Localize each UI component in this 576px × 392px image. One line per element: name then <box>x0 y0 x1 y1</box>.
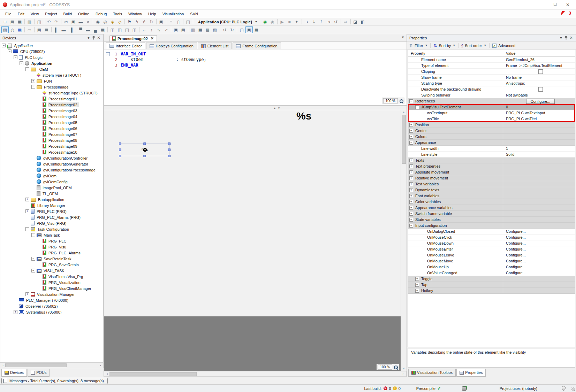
align-middle-icon[interactable]: ▬ <box>84 26 92 33</box>
menu-window[interactable]: Window <box>125 11 145 17</box>
handle-se[interactable] <box>168 155 170 157</box>
minimize-button[interactable]: — <box>540 2 544 7</box>
menu-view[interactable]: View <box>28 11 42 17</box>
tree-item-plc-manager-70-0000[interactable]: PLC_Manager (70.0000) <box>0 297 103 303</box>
handle-n[interactable] <box>144 143 146 145</box>
property-row-wstextinput[interactable]: wsTextInputPRG_PLC.wsTextInput <box>408 110 575 116</box>
maximize-button[interactable]: ☐ <box>553 2 557 7</box>
tree-item-processimage01[interactable]: ProcessImage01 <box>0 96 103 102</box>
align-left-icon[interactable]: ▌ <box>53 26 60 33</box>
tree-item-maintask[interactable]: −MainTask <box>0 232 103 238</box>
element-center-anchor-icon[interactable] <box>143 148 147 152</box>
property-row-tap[interactable]: +Tap <box>408 282 575 288</box>
property-expander-plus[interactable]: + <box>409 135 413 139</box>
property-value[interactable]: Configure... <box>506 247 526 251</box>
tree-item-oem[interactable]: −-OEM <box>0 66 103 72</box>
property-row-onmousemove[interactable]: OnMouseMoveConfigure... <box>408 258 575 264</box>
chevron-down-icon[interactable]: ▼ <box>453 44 455 47</box>
tree-item-application[interactable]: −Application <box>0 60 103 66</box>
property-expander-plus[interactable]: + <box>409 170 413 174</box>
property-expander-plus[interactable]: + <box>409 159 413 162</box>
tree-item-visu-task[interactable]: −VISU_TASK <box>0 268 103 274</box>
tab-hotkeys-configuration[interactable]: Hotkeys Configuration <box>146 43 197 49</box>
property-row-text-variables[interactable]: +Text variables <box>408 181 575 187</box>
bring-forward-icon[interactable]: ▣ <box>172 26 180 33</box>
tree-item-application[interactable]: −Application <box>0 43 103 48</box>
make-same-height-icon[interactable]: ↕ <box>148 26 155 33</box>
tree-item-visualization-manager[interactable]: +Visualization Manager <box>0 291 103 297</box>
tab-list-dropdown-icon[interactable]: ▼ <box>401 36 404 39</box>
select-tool-icon[interactable]: ▧ <box>1 26 9 33</box>
resize-grip[interactable] <box>571 387 575 391</box>
scroll-thumb[interactable] <box>402 115 406 164</box>
tab-element-list[interactable]: Element List <box>198 43 232 49</box>
align-right-icon[interactable]: ▐ <box>67 26 75 33</box>
tree-item-prg-plc-prg[interactable]: +PRG_PLC (PRG) <box>0 208 103 214</box>
new-file-icon[interactable]: □ <box>1 18 9 25</box>
tree-item-systembus-705000[interactable]: +Systembus (705000) <box>0 309 103 315</box>
tree-item-stoemtype-struct[interactable]: stOemType (STRUCT) <box>0 72 103 78</box>
property-value[interactable]: Configure... <box>506 241 526 245</box>
property-row-hotkey[interactable]: +Hotkey <box>408 288 575 294</box>
step-over-icon[interactable]: ⇢ <box>303 18 310 25</box>
magnifier-icon[interactable] <box>394 365 398 369</box>
canvas-horizontal-scrollbar[interactable]: ‹ › <box>104 371 407 377</box>
property-expander-minus[interactable]: − <box>409 141 413 145</box>
delete-icon[interactable]: × <box>84 18 92 25</box>
redo-icon[interactable]: ↷ <box>53 18 60 25</box>
property-expander-minus[interactable]: − <box>409 99 413 103</box>
tab-devices[interactable]: Devices <box>1 369 27 377</box>
frame-selection-icon[interactable]: ▭ <box>26 26 33 33</box>
tree-item-cpu-705002[interactable]: −CPU (705002) <box>0 48 103 54</box>
scroll-right-icon[interactable]: › <box>98 364 103 367</box>
property-value[interactable]: Configure... <box>506 253 526 257</box>
tree-item-prg-visu[interactable]: PRG_Visu <box>0 244 103 250</box>
devices-horizontal-scrollbar[interactable]: ‹ › <box>0 362 104 368</box>
property-row-element-name[interactable]: Element nameGenElemInst_26 <box>408 57 575 63</box>
tree-expander-minus[interactable]: − <box>31 85 35 89</box>
rotate-left-icon[interactable]: ↺ <box>221 26 228 33</box>
property-row-texts[interactable]: +Texts <box>408 157 575 163</box>
ungroup-icon[interactable]: ▨ <box>211 26 219 33</box>
property-row-onmouseclick[interactable]: OnMouseClickConfigure... <box>408 235 575 240</box>
scroll-left-icon[interactable]: ‹ <box>105 372 109 376</box>
send-backward-icon[interactable]: ▤ <box>180 26 187 33</box>
property-row-font-variables[interactable]: +Font variables <box>408 193 575 199</box>
property-expander-plus[interactable]: + <box>409 200 413 204</box>
property-row-relative-movement[interactable]: +Relative movement <box>408 175 575 181</box>
code-line[interactable]: 3END_VAR <box>104 62 407 68</box>
property-row-line-style[interactable]: Line styleSolid <box>408 152 575 157</box>
save-icon[interactable]: ▦ <box>16 18 23 25</box>
notification-flag[interactable]: 3 <box>561 11 571 16</box>
previous-bookmark-icon[interactable]: ↰ <box>133 18 141 25</box>
bring-to-front-icon[interactable]: ▥ <box>189 26 197 33</box>
value-checkbox[interactable] <box>538 87 543 92</box>
tree-item-saveretaintask[interactable]: −SaveRetainTask <box>0 256 103 262</box>
paste-special-icon[interactable]: ▣ <box>158 18 165 25</box>
canvas-zoom-control[interactable]: 100 % <box>377 364 399 370</box>
grid-off-icon[interactable]: ▢ <box>238 26 245 33</box>
property-row-references[interactable]: −ReferencesConfigure... <box>408 98 575 104</box>
size-to-grid-icon[interactable]: ↗ <box>162 26 170 33</box>
property-row-jcmpvisu-textelement[interactable]: −JCmpVisu.TextElement0 <box>408 104 575 110</box>
tree-item-prg-saveretain[interactable]: PRG_SaveRetain <box>0 262 103 268</box>
align-bottom-icon[interactable]: ▄ <box>92 26 99 33</box>
tree-item-prg-visualization[interactable]: PRG_Visualization <box>0 279 103 285</box>
property-expander-plus[interactable]: + <box>409 176 413 180</box>
menu-svn[interactable]: SVN <box>187 11 201 17</box>
canvas-vertical-scrollbar[interactable]: ˄ ˅ <box>401 110 407 371</box>
visualization-canvas[interactable]: %s %s 100 % <box>104 110 401 371</box>
tree-item-gvloemconfig[interactable]: gvlOemConfig <box>0 179 103 185</box>
make-same-width-icon[interactable]: ↔ <box>141 26 148 33</box>
tree-item-prg-visu-prg[interactable]: PRG_Visu (PRG) <box>0 220 103 226</box>
property-value[interactable]: Configure... <box>506 265 526 269</box>
scroll-left-icon[interactable]: ‹ <box>1 364 5 367</box>
tree-expander-minus[interactable]: − <box>31 233 35 237</box>
tree-expander-plus[interactable]: + <box>25 209 29 213</box>
handle-w[interactable] <box>119 149 121 151</box>
tree-expander-minus[interactable]: − <box>14 55 17 59</box>
open-file-icon[interactable]: ▤ <box>9 18 16 25</box>
new-object-icon[interactable]: ▯ <box>175 18 182 25</box>
tree-item-processimage02[interactable]: ProcessImage02 <box>0 102 103 108</box>
value-checkbox[interactable] <box>538 69 543 74</box>
